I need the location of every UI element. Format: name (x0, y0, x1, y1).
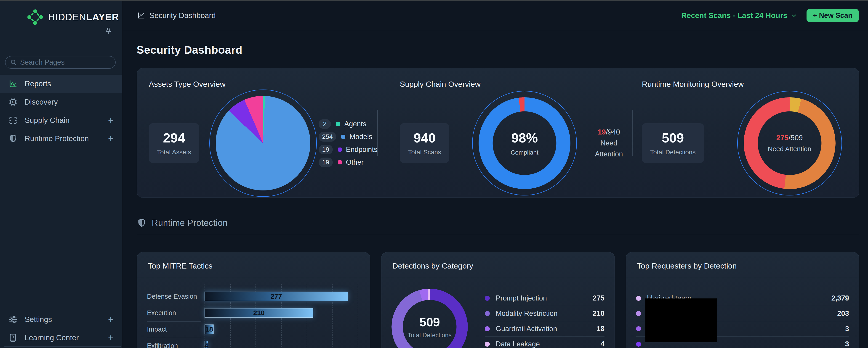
hiddenlayer-logo[interactable]: HIDDENLAYER (27, 9, 119, 25)
list-label: Prompt Injection (496, 294, 593, 302)
sidebar-item-learning-center[interactable]: Learning Center + (0, 328, 122, 347)
runtime-attention-total: /509 (788, 134, 803, 142)
mitre-row-defense-evasion: Defense Evasion 277 (147, 288, 360, 305)
legend-count-badge: 2 (318, 119, 331, 129)
legend-row-agents: 2 Agents (318, 119, 377, 129)
bar-exfiltration: 4 (205, 341, 208, 348)
category-total-label: Total Detections (408, 332, 452, 339)
bar-category-label: Defense Evasion (147, 293, 205, 300)
assets-legend: 2 Agents 254 Models 19 (318, 119, 377, 167)
search-pages-box (5, 56, 116, 69)
total-detections-label: Total Detections (650, 149, 695, 156)
runtime-attention-label: Need Attention (768, 145, 811, 153)
legend-color-swatch (338, 160, 342, 165)
requester-count: 203 (837, 309, 849, 318)
hiddenlayer-logo-icon (27, 9, 43, 25)
expand-plus-icon[interactable]: + (108, 333, 113, 342)
sidebar-nav: Reports AI Discovery (0, 75, 122, 148)
sidebar-item-label: Learning Center (25, 334, 102, 342)
sidebar: HIDDENLAYER (0, 1, 123, 348)
sidebar-item-label: Reports (25, 79, 113, 88)
legend-row-endpoints: 19 Endpoints (318, 145, 377, 154)
assets-pie-wrap (209, 90, 317, 197)
detections-by-category-card: Detections by Category 509 Total Detecti… (381, 252, 615, 348)
total-scans-stat: 940 Total Scans (400, 123, 449, 163)
sidebar-item-supply-chain[interactable]: Supply Chain + (0, 111, 122, 130)
mitre-row-execution: Execution 210 (147, 305, 360, 321)
supply-need-attention: 19/940 Need Attention (588, 127, 629, 160)
runtime-protection-cards: Top MITRE Tactics Defense Evasion 277 Ex… (137, 252, 859, 348)
panel-title: Detections by Category (381, 252, 615, 278)
legend-label: Models (349, 133, 372, 141)
expand-plus-icon[interactable]: + (108, 116, 113, 125)
main-area: Security Dashboard Recent Scans - Last 2… (123, 1, 868, 348)
chevron-down-icon (790, 12, 797, 19)
window-edge-strip (0, 0, 868, 1)
legend-color-dot (485, 296, 490, 301)
top-requesters-card: Top Requesters by Detection hl-ai-red-te… (626, 252, 859, 348)
bar-impact: 18 (205, 324, 214, 334)
sidebar-item-discovery[interactable]: AI Discovery (0, 93, 122, 111)
pin-sidebar-icon[interactable] (104, 26, 113, 35)
bar-category-label: Exfiltration (147, 342, 205, 348)
mitre-row-exfiltration: Exfiltration 4 (147, 338, 360, 348)
list-row-modality-restriction: Modality Restriction 210 (485, 306, 604, 321)
legend-color-swatch (338, 147, 342, 152)
expand-plus-icon[interactable]: + (108, 315, 113, 324)
assets-overview-title: Assets Type Overview (149, 80, 377, 89)
shield-icon (8, 133, 18, 144)
category-total-value: 509 (420, 315, 440, 329)
runtime-donut-center: 275/509 Need Attention (737, 91, 842, 196)
runtime-overview-title: Runtime Monitoring Overview (642, 80, 859, 89)
new-scan-button[interactable]: + New Scan (807, 9, 859, 22)
compliance-percent: 98% (511, 130, 538, 145)
total-assets-value: 294 (157, 130, 191, 145)
total-assets-stat: 294 Total Assets (149, 123, 199, 163)
requester-count: 3 (845, 340, 849, 348)
legend-color-dot (636, 326, 641, 331)
scan-frame-icon (8, 115, 18, 126)
list-label: Data Leakage (496, 340, 600, 348)
pie-outer-ring (209, 90, 317, 197)
category-legend-list: Prompt Injection 275 Modality Restrictio… (485, 290, 604, 348)
bar-value: 210 (253, 309, 265, 317)
sidebar-item-runtime-protection[interactable]: Runtime Protection + (0, 130, 122, 148)
redaction-box (645, 299, 717, 342)
panel-title: Top MITRE Tactics (137, 252, 370, 278)
ai-chip-icon: AI (8, 97, 18, 107)
legend-row-models: 254 Models (318, 132, 377, 142)
requester-count: 3 (845, 325, 849, 333)
list-value: 18 (597, 325, 604, 333)
legend-label: Endpoints (346, 145, 377, 154)
attention-label: Need Attention (588, 138, 629, 160)
sidebar-bottom-nav: Settings + Learning Center + (0, 310, 122, 347)
panel-title: Top Requesters by Detection (626, 252, 859, 278)
search-pages-input[interactable] (20, 58, 111, 66)
recent-scans-range-selector[interactable]: Recent Scans - Last 24 Hours (681, 11, 797, 20)
section-divider (137, 234, 859, 234)
sidebar-item-reports[interactable]: Reports (0, 75, 122, 93)
legend-color-dot (636, 342, 641, 347)
sidebar-item-settings[interactable]: Settings + (0, 310, 122, 328)
list-value: 275 (593, 294, 604, 302)
supply-overview-title: Supply Chain Overview (400, 80, 632, 89)
legend-color-swatch (341, 135, 345, 139)
runtime-attention-count: 275 (776, 134, 788, 142)
topbar: Security Dashboard Recent Scans - Last 2… (123, 1, 868, 30)
expand-plus-icon[interactable]: + (108, 134, 113, 143)
brand-wordmark: HIDDENLAYER (48, 12, 119, 23)
legend-label: Other (346, 158, 364, 167)
search-icon (10, 59, 17, 66)
bar-value: 4 (205, 342, 209, 348)
page-title: Security Dashboard (137, 44, 859, 56)
shield-icon (137, 218, 147, 228)
sidebar-item-label: Supply Chain (25, 116, 102, 125)
overview-card: Assets Type Overview 294 Total Assets (137, 68, 859, 198)
assets-type-overview-section: Assets Type Overview 294 Total Assets (137, 68, 377, 198)
bar-execution: 210 (205, 308, 313, 318)
legend-count-badge: 19 (318, 158, 333, 167)
sidebar-item-label: Settings (25, 315, 102, 324)
sliders-icon (8, 314, 18, 325)
sidebar-item-label: Runtime Protection (25, 134, 102, 143)
total-detections-stat: 509 Total Detections (642, 123, 704, 163)
